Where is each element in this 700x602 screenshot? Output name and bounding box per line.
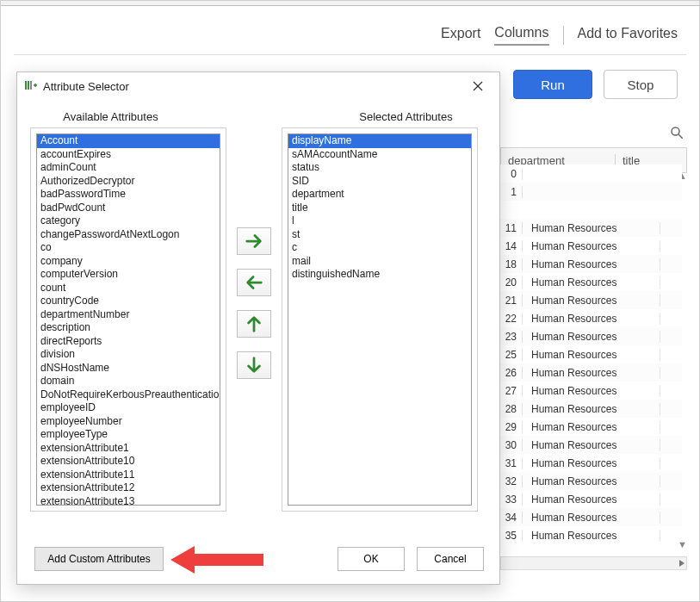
top-link-export[interactable]: Export [441,26,480,45]
dialog-title: Attribute Selector [43,80,129,93]
table-row[interactable]: 14Human Resources [500,237,682,255]
available-option[interactable]: extensionAttribute10 [37,455,220,469]
move-right-button[interactable] [237,227,271,255]
stop-button[interactable]: Stop [604,70,678,99]
available-option[interactable]: count [37,282,220,295]
selected-header: Selected Attributes [325,107,486,127]
available-option[interactable]: employeeNumber [37,415,220,429]
table-row[interactable]: 31Human Resources [500,454,682,472]
table-row[interactable]: 28Human Resources [500,400,682,418]
available-option[interactable]: badPasswordTime [37,188,220,202]
svg-line-1 [678,134,683,139]
cancel-button[interactable]: Cancel [417,547,484,571]
available-option[interactable]: employeeID [37,401,220,415]
table-row[interactable]: 27Human Resources [500,382,682,400]
available-option[interactable]: extensionAttribute1 [37,442,220,456]
horizontal-scrollbar[interactable] [500,556,687,570]
move-left-button[interactable] [237,269,271,296]
selected-option[interactable]: st [288,228,471,242]
table-row[interactable]: 26Human Resources [500,363,682,382]
table-row[interactable]: 30Human Resources [500,436,682,454]
table-row[interactable]: 18Human Resources [500,255,682,273]
selected-option[interactable]: sAMAccountName [288,148,471,162]
move-down-button[interactable] [237,351,271,379]
separator [563,26,564,45]
table-row[interactable]: 23Human Resources [500,327,682,345]
available-option[interactable]: company [37,255,220,269]
bg-table-body: 0111Human Resources14Human Resources18Hu… [500,164,682,544]
selected-listbox[interactable]: displayNamesAMAccountNamestatusSIDdepart… [282,127,478,512]
selected-option[interactable]: SID [288,175,471,189]
svg-rect-3 [28,81,29,90]
available-listbox[interactable]: AccountaccountExpiresadminCountAuthorize… [30,127,226,512]
selected-option[interactable]: l [288,214,471,228]
selected-option[interactable]: department [288,188,471,202]
available-option[interactable]: DoNotRequireKerbousPreauthentication [37,388,220,402]
available-option[interactable]: directReports [37,335,220,349]
svg-rect-4 [30,81,32,90]
available-option[interactable]: accountExpires [37,148,220,162]
selected-option[interactable]: status [288,161,471,175]
table-row[interactable]: 1 [500,183,682,201]
scroll-right-icon[interactable] [678,557,686,570]
svg-rect-2 [25,81,27,90]
top-link-columns[interactable]: Columns [494,25,548,46]
close-icon[interactable] [465,75,491,97]
table-row[interactable]: 34Human Resources [500,508,682,526]
annotation-arrow-icon [170,543,265,577]
selected-option[interactable]: c [288,241,471,255]
table-row[interactable]: 29Human Resources [500,418,682,436]
table-row[interactable] [500,201,682,219]
selected-option[interactable]: distinguishedName [288,268,471,282]
available-option[interactable]: countryCode [37,295,220,308]
dialog-icon [24,78,38,95]
svg-marker-11 [170,546,263,574]
available-option[interactable]: category [37,214,220,228]
table-row[interactable]: 21Human Resources [500,291,682,309]
available-option[interactable]: computerVersion [37,268,220,282]
selected-option[interactable]: displayName [288,134,471,148]
available-option[interactable]: extensionAttribute13 [37,495,220,506]
table-row[interactable]: 25Human Resources [500,345,682,363]
table-row[interactable]: 0 [500,164,682,183]
add-custom-attributes-button[interactable]: Add Custom Attributes [34,547,164,571]
table-row[interactable]: 33Human Resources [500,490,682,508]
available-option[interactable]: co [37,241,220,255]
available-option[interactable]: AuthorizedDecryptor [37,175,220,189]
available-option[interactable]: extensionAttribute12 [37,481,220,495]
attribute-selector-dialog: Attribute Selector Available Attributes … [16,71,500,585]
available-header: Available Attributes [30,107,191,127]
table-row[interactable]: 32Human Resources [500,472,682,490]
run-button[interactable]: Run [513,70,592,99]
scroll-down-icon[interactable]: ▼ [678,539,687,549]
search-icon[interactable] [667,123,686,142]
available-option[interactable]: description [37,321,220,335]
available-option[interactable]: employeeType [37,428,220,442]
available-option[interactable]: division [37,348,220,362]
top-link-favorites[interactable]: Add to Favorites [578,26,678,45]
selected-option[interactable]: mail [288,255,471,269]
available-option[interactable]: departmentNumber [37,308,220,322]
ok-button[interactable]: OK [338,547,405,571]
move-up-button[interactable] [237,310,271,338]
available-option[interactable]: adminCount [37,161,220,175]
available-option[interactable]: Account [37,134,220,148]
available-option[interactable]: changePasswordAtNextLogon [37,228,220,242]
table-row[interactable]: 35Human Resources [500,526,682,544]
table-row[interactable]: 22Human Resources [500,309,682,327]
table-row[interactable]: 11Human Resources [500,219,682,237]
available-option[interactable]: domain [37,375,220,388]
svg-point-0 [672,127,679,135]
available-option[interactable]: badPwdCount [37,202,220,215]
table-row[interactable]: 20Human Resources [500,273,682,291]
available-option[interactable]: dNSHostName [37,362,220,375]
selected-option[interactable]: title [288,202,471,215]
available-option[interactable]: extensionAttribute11 [37,469,220,482]
